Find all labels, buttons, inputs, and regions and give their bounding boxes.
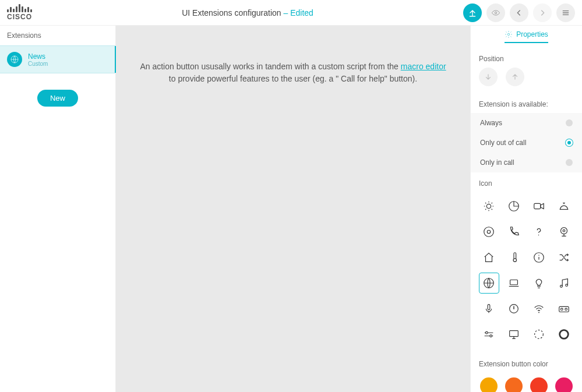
extension-item-news[interactable]: News Custom [0,45,115,73]
icon-option-disc[interactable] [479,221,499,242]
globe-icon [482,277,495,289]
hamburger-icon [561,8,570,17]
cisco-logo: CISCO [7,4,32,21]
question-icon [532,225,545,238]
color-swatch[interactable] [530,377,548,392]
macro-editor-link[interactable]: macro editor [401,62,446,71]
vhs-icon [558,302,570,315]
svg-point-23 [565,308,567,310]
svg-point-16 [560,285,562,288]
svg-point-6 [484,227,494,237]
laptop-icon [507,277,520,289]
page-title: UI Extensions configuration – Edited [32,8,463,17]
svg-point-2 [507,33,510,36]
svg-point-24 [486,331,488,334]
svg-point-13 [538,255,539,256]
eye-icon [491,8,500,17]
availability-list: Always Only out of call Only in call [471,113,582,172]
new-extension-button[interactable]: New [37,90,78,107]
phone-icon [507,225,520,238]
menu-button[interactable] [556,3,575,22]
svg-point-3 [487,204,491,208]
brightness-icon [482,200,495,213]
icon-option-pie[interactable] [504,196,524,217]
icon-option-laptop[interactable] [504,273,524,294]
mic-icon [482,302,495,315]
app-header: CISCO UI Extensions configuration – Edit… [0,0,582,26]
title-text: UI Extensions configuration [182,8,281,17]
svg-point-28 [559,330,568,339]
video-icon [532,200,545,213]
loader-icon [532,328,545,341]
svg-point-9 [560,228,567,234]
arrow-down-icon [484,73,492,81]
home-icon [482,251,495,264]
svg-point-7 [488,230,491,234]
icon-option-power[interactable] [504,298,524,319]
svg-rect-15 [510,280,518,285]
svg-rect-5 [534,203,541,209]
properties-tab[interactable]: Properties [471,26,582,48]
icon-option-loader[interactable] [529,324,549,345]
icon-option-mic[interactable] [479,298,499,319]
gear-icon [505,30,513,38]
icon-option-globe[interactable] [479,273,499,294]
music-icon [558,277,570,289]
availability-option-only-out-of-call[interactable]: Only out of call [471,133,582,153]
position-label: Position [471,48,582,68]
icon-option-webcam[interactable] [553,221,574,242]
globe-icon [7,52,22,67]
icon-option-vhs[interactable] [553,298,574,319]
icon-option-question[interactable] [529,221,549,242]
icon-option-phone[interactable] [504,221,524,242]
svg-rect-18 [488,305,491,310]
icon-option-shuffle[interactable] [553,247,574,268]
availability-option-only-in-call[interactable]: Only in call [471,153,582,172]
icon-option-brightness[interactable] [479,196,499,217]
icon-label: Icon [471,172,582,192]
title-status: – Edited [283,8,313,17]
icon-option-donut[interactable] [553,324,574,345]
icon-option-home[interactable] [479,247,499,268]
radio-off-icon [566,159,573,166]
availability-option-always[interactable]: Always [471,113,582,133]
color-swatch[interactable] [480,377,498,392]
redo-button[interactable] [533,3,552,22]
upload-button[interactable] [463,3,482,22]
svg-point-8 [538,235,539,235]
icon-option-wifi[interactable] [529,298,549,319]
icon-option-sliders[interactable] [479,324,499,345]
sidebar-header: Extensions [0,26,115,45]
color-grid [471,373,582,392]
upload-icon [468,8,477,17]
sidebar: Extensions News Custom New [0,26,116,392]
wifi-icon [532,302,545,315]
icon-option-bulb[interactable] [529,273,549,294]
sliders-icon [482,328,495,341]
icon-grid [471,192,582,353]
move-down-button[interactable] [479,68,498,86]
arrow-up-icon [511,73,519,81]
icon-option-monitor[interactable] [504,324,524,345]
svg-point-25 [490,335,492,337]
undo-button[interactable] [510,3,528,22]
arrow-right-icon [538,8,547,17]
canvas: An action button ususally works in tande… [116,26,470,392]
bulb-icon [532,277,545,289]
svg-rect-26 [510,331,518,337]
icon-option-music[interactable] [553,273,574,294]
icon-option-thermometer[interactable] [504,247,524,268]
properties-panel: Properties Position Extension is availab… [470,26,582,392]
radio-off-icon [566,119,573,126]
icon-option-info[interactable] [529,247,549,268]
extension-name: News [28,52,48,61]
color-swatch[interactable] [555,377,573,392]
move-up-button[interactable] [506,68,524,86]
availability-label: Extension is available: [471,93,582,113]
power-icon [507,302,520,315]
icon-option-video[interactable] [529,196,549,217]
radio-on-icon [566,139,573,146]
icon-option-concierge[interactable] [553,196,574,217]
preview-button[interactable] [486,3,505,22]
color-swatch[interactable] [505,377,523,392]
